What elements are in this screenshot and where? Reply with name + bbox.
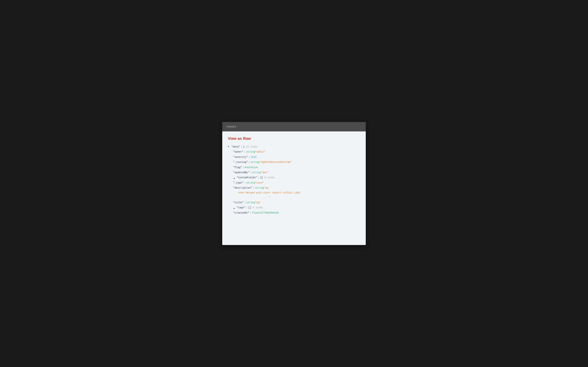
description-line1: #### Merged with alert #alert-ref2111 LO… xyxy=(238,191,360,195)
root-key: "data" xyxy=(231,144,240,150)
type-key: "_type" xyxy=(233,180,243,185)
description-value-start: "qq xyxy=(264,185,268,191)
description-key: "description" xyxy=(233,185,252,191)
collapse-arrow-data[interactable]: ▼ xyxy=(228,145,230,149)
type-value: "case" xyxy=(255,180,264,185)
field-description-header: "description" : string "qq xyxy=(228,185,360,191)
field-severity: "severity" : int 2 xyxy=(228,155,360,160)
flag-value: false xyxy=(251,165,258,170)
customfields-brace: {} xyxy=(260,175,263,180)
root-meta: 23 items xyxy=(246,144,258,150)
description-multiline: #### Merged with alert #alert-ref2111 LO… xyxy=(228,191,360,195)
createdat-type: float xyxy=(252,210,259,216)
json-tree: ▼ "data" : { 23 items "owner" : string "… xyxy=(228,144,360,216)
severity-key: "severity" xyxy=(233,155,248,160)
field-createdat: "createdAt" : float 1577882059100 xyxy=(228,210,360,216)
main-window: result View as Raw ▼ "data" : { 23 items… xyxy=(222,122,366,245)
owner-key: "owner" xyxy=(233,150,243,154)
routing-value: "AW9hGYN6caLVobCstYq8" xyxy=(259,160,292,165)
collapse-arrow-customfields[interactable]: ▶ xyxy=(232,176,236,179)
field-flag: "flag" : bool false xyxy=(228,165,360,170)
field-routing: "_routing" : string "AW9hGYN6caLVobCstYq… xyxy=(228,160,360,165)
field-updatedby: "updatedBy" : string "dev" xyxy=(228,170,360,175)
owner-type: string xyxy=(246,150,255,154)
flag-type: bool xyxy=(245,165,251,170)
field-type: "_type" : string "case" xyxy=(228,180,360,185)
content-area: View as Raw ▼ "data" : { 23 items "owner… xyxy=(222,131,366,245)
field-customfields: ▶ "customFields" : {} 0 items xyxy=(228,175,360,180)
title-type: string xyxy=(246,200,255,205)
title-key: "title" xyxy=(233,200,243,205)
view-as-raw-link[interactable]: View as Raw xyxy=(228,136,360,141)
titlebar: result xyxy=(222,122,366,131)
tags-bracket: [] xyxy=(248,205,251,210)
tags-meta: 0 items xyxy=(253,205,263,210)
createdat-key: "createdAt" xyxy=(233,210,249,216)
field-title: "title" : string "qq" xyxy=(228,200,360,205)
customfields-key: "customFields" xyxy=(237,175,257,180)
flag-key: "flag" xyxy=(233,165,242,170)
updatedby-type: string xyxy=(252,170,261,175)
updatedby-key: "updatedBy" xyxy=(233,170,249,175)
routing-key: "_routing" xyxy=(233,160,248,165)
tags-key: "tags" xyxy=(237,205,245,210)
owner-value: "admin" xyxy=(255,150,266,154)
updatedby-value: "dev" xyxy=(261,170,268,175)
json-root-row: ▼ "data" : { 23 items xyxy=(228,144,360,150)
type-type: string xyxy=(246,180,255,185)
createdat-value: 1577882059100 xyxy=(259,210,279,216)
field-tags: ▶ "tags" : [] 0 items xyxy=(228,205,360,210)
description-type: string xyxy=(255,185,264,191)
title-value: "qq" xyxy=(255,200,261,205)
customfields-meta: 0 items xyxy=(264,175,275,180)
severity-value: 2 xyxy=(255,155,257,160)
root-brace: { xyxy=(243,144,244,150)
collapse-arrow-tags[interactable]: ▶ xyxy=(232,207,236,209)
routing-type: string xyxy=(251,160,259,165)
field-owner: "owner" : string "admin" xyxy=(228,150,360,154)
description-ellipsis: ... " xyxy=(228,195,360,200)
root-colon: : xyxy=(241,144,242,150)
titlebar-text: result xyxy=(226,125,236,128)
severity-type: int xyxy=(251,155,255,160)
